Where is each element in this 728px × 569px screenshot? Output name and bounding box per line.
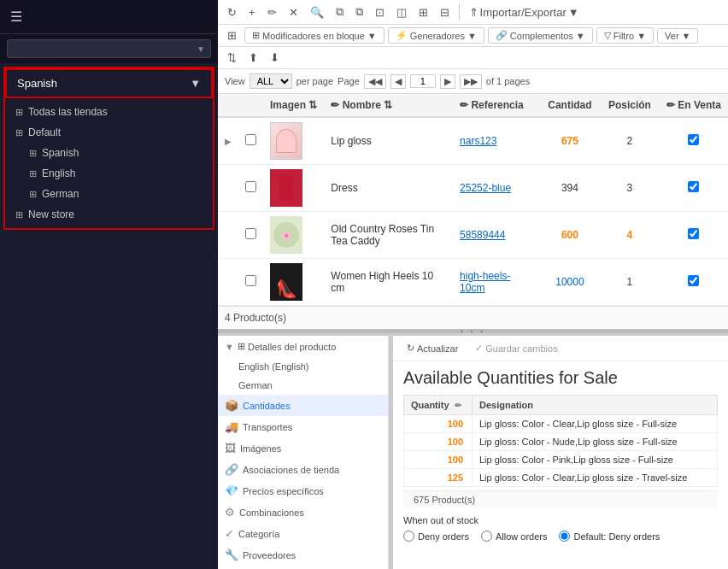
product-pos-3: 4 [600, 212, 660, 259]
product-sale-1[interactable] [688, 134, 699, 145]
col-qty-header[interactable]: Cantidad [540, 94, 600, 117]
btn6[interactable]: ◫ [392, 4, 411, 21]
lower-left-nav: ▼ ⊞ Detalles del producto English (Engli… [218, 336, 389, 569]
col-img-header[interactable]: Imagen ⇅ [263, 94, 324, 117]
prev-page-btn[interactable]: ◀ [390, 74, 406, 89]
search-button[interactable]: 🔍 [306, 4, 328, 21]
complementos-button[interactable]: 🔗 Complementos ▼ [488, 27, 593, 44]
generadores-button[interactable]: ⚡ Generadores ▼ [388, 27, 484, 44]
sidebar-item-todas[interactable]: ⊞ Todas las tiendas [5, 102, 213, 122]
view-select[interactable]: ALL [250, 73, 292, 89]
nav-item-cantidades-label: Cantidades [243, 401, 291, 411]
qty-row: 100 Lip gloss: Color - Clear,Lip gloss s… [404, 415, 718, 433]
add-button[interactable]: + [244, 4, 260, 21]
col-name-header[interactable]: ✏ Nombre ⇅ [324, 94, 453, 117]
row-checkbox-3[interactable] [245, 228, 256, 239]
radio-deny-input[interactable] [403, 531, 414, 542]
product-qty-1: 675 [561, 135, 578, 147]
sidebar-search-input[interactable] [13, 43, 167, 55]
importexport-button[interactable]: ⇑ Importar/Exportar ▼ [465, 4, 584, 21]
products-count: 4 Producto(s) [225, 312, 286, 324]
dropdown-arrow6-icon: ▼ [682, 31, 691, 41]
radio-deny[interactable]: Deny orders [403, 531, 469, 542]
first-page-btn[interactable]: ◀◀ [364, 74, 386, 89]
cantidades-icon: 📦 [225, 399, 238, 412]
pagination-bar: View ALL per page Page ◀◀ ◀ ▶ ▶▶ of 1 pa… [218, 69, 728, 94]
row-checkbox-2[interactable] [245, 181, 256, 192]
radio-default-input[interactable] [559, 531, 570, 542]
sort-icon-btn[interactable]: ⊞ [223, 27, 241, 44]
sidebar-item-default[interactable]: ⊞ Default [5, 122, 213, 143]
dropdown-arrow3-icon: ▼ [467, 31, 477, 41]
page-input[interactable] [410, 74, 436, 88]
out-of-stock-section: When out of stock Deny orders Allow orde… [393, 508, 728, 548]
product-sale-4[interactable] [688, 275, 699, 286]
delete-button[interactable]: ✕ [285, 4, 302, 21]
radio-allow-input[interactable] [481, 531, 492, 542]
product-sale-2[interactable] [688, 181, 699, 192]
nav-item-precios[interactable]: 💎 Precios específicos [218, 480, 388, 502]
nav-item-cantidades[interactable]: 📦 Cantidades [218, 395, 388, 416]
product-details-header[interactable]: ▼ ⊞ Detalles del producto [218, 336, 388, 357]
nav-item-asociaciones[interactable]: 🔗 Asociaciones de tienda [218, 459, 388, 480]
main-content: ↻ + ✏ ✕ 🔍 ⧉ ⧉ ⊡ ◫ ⊞ ⊟ [218, 0, 728, 569]
nav-item-proveedores[interactable]: 🔧 Proveedores [218, 544, 388, 566]
product-ref-1[interactable]: nars123 [460, 135, 496, 147]
product-pos-4: 1 [600, 259, 660, 306]
sidebar-item-newstore[interactable]: ⊞ New store [5, 204, 213, 225]
nav-item-german[interactable]: German [218, 376, 388, 395]
modificadores-button[interactable]: ⊞ Modificadores en bloque ▼ [244, 27, 385, 44]
sidebar-item-spanish[interactable]: ⊞ Spanish [5, 143, 213, 163]
radio-allow-label: Allow orders [496, 531, 548, 542]
copy-button[interactable]: ⧉ [332, 3, 348, 21]
of-pages-label: of 1 pages [486, 76, 530, 86]
product-ref-4[interactable]: high-heels-10cm [460, 270, 510, 294]
nav-item-english[interactable]: English (English) [218, 357, 388, 376]
filtro-label: Filtro [614, 31, 634, 41]
refresh-button[interactable]: ↻ [223, 4, 241, 21]
product-name-2: Dress [324, 165, 453, 212]
row-expand-btn-1[interactable]: ▶ [225, 137, 232, 146]
bolt-icon: ⚡ [396, 30, 408, 41]
col-ref-header[interactable]: ✏ Referencia [453, 94, 540, 117]
sidebar-item-label: New store [28, 208, 74, 220]
product-ref-3[interactable]: 58589444 [460, 229, 505, 241]
product-sale-3[interactable] [688, 228, 699, 239]
row-checkbox-4[interactable] [245, 275, 256, 286]
guardar-button[interactable]: ✓ Guardar cambios [470, 341, 562, 355]
col-pos-header[interactable]: Posición [600, 94, 660, 117]
combinaciones-icon: ⚙ [225, 506, 235, 519]
store-dropdown[interactable]: Spanish ▼ [5, 68, 213, 98]
col-sale-header[interactable]: ✏ En Venta [660, 94, 728, 117]
move-up-btn[interactable]: ⬆ [244, 50, 262, 66]
nav-item-combinaciones[interactable]: ⚙ Combinaciones [218, 502, 388, 523]
nav-item-transportes[interactable]: 🚚 Transportes [218, 416, 388, 437]
product-ref-2[interactable]: 25252-blue [460, 182, 511, 194]
radio-allow[interactable]: Allow orders [481, 531, 548, 542]
sidebar-item-english[interactable]: ⊞ English [5, 163, 213, 184]
nav-item-transportes-label: Transportes [243, 422, 292, 432]
last-page-btn[interactable]: ▶▶ [460, 74, 482, 89]
sort-toggle-btn[interactable]: ⇅ [223, 50, 241, 66]
radio-default[interactable]: Default: Deny orders [559, 531, 660, 542]
nav-item-categoria[interactable]: ✓ Categoría [218, 523, 388, 544]
toolbar-second: ⊞ ⊞ Modificadores en bloque ▼ ⚡ Generado… [218, 25, 728, 47]
row-checkbox-1[interactable] [245, 134, 256, 145]
btn8[interactable]: ⊟ [436, 4, 454, 21]
next-page-btn[interactable]: ▶ [440, 74, 455, 89]
btn5[interactable]: ⊡ [371, 4, 389, 21]
hamburger-icon[interactable]: ☰ [10, 9, 22, 25]
actualizar-button[interactable]: ↻ Actualizar [402, 341, 463, 355]
sidebar-search-down-icon: ▼ [197, 44, 205, 54]
sidebar-item-german[interactable]: ⊞ German [5, 184, 213, 204]
filtro-button[interactable]: ▽ Filtro ▼ [596, 27, 654, 44]
ver-button[interactable]: Ver ▼ [657, 28, 698, 44]
btn7[interactable]: ⊞ [414, 4, 432, 21]
available-quantities-title: Available Quantities for Sale [393, 361, 728, 391]
copy2-button[interactable]: ⧉ [351, 3, 367, 21]
upload-icon: ⇑ [469, 6, 478, 19]
edit-button[interactable]: ✏ [263, 4, 281, 21]
quantities-table: Quantity ✏ Designation 100 Lip gloss: Co… [403, 395, 718, 487]
move-down-btn[interactable]: ⬇ [266, 50, 284, 66]
nav-item-imagenes[interactable]: 🖼 Imágenes [218, 437, 388, 459]
